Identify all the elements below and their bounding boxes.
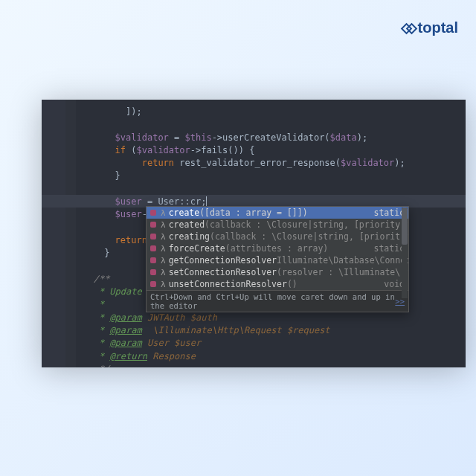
popup-scrollbar[interactable] <box>402 208 408 298</box>
lambda-icon: λ <box>161 220 166 230</box>
suggestion-forceCreate[interactable]: λforceCreate(attributes : array)static <box>147 242 408 254</box>
editor-gutter <box>42 100 65 367</box>
suggestion-create[interactable]: λcreate([data : array = []])static <box>147 207 408 219</box>
lambda-icon: λ <box>161 280 166 289</box>
lambda-icon: λ <box>161 268 166 277</box>
popup-scrollbar-thumb[interactable] <box>402 208 408 245</box>
suggestion-getConnectionResolver[interactable]: λgetConnectionResolverIlluminate\Databas… <box>147 254 408 266</box>
method-icon <box>150 281 156 287</box>
method-icon <box>150 269 156 275</box>
autocomplete-list[interactable]: λcreate([data : array = []])staticλcreat… <box>147 207 408 290</box>
lambda-icon: λ <box>161 208 166 218</box>
autocomplete-popup[interactable]: λcreate([data : array = []])staticλcreat… <box>146 206 409 312</box>
suggestion-creating[interactable]: λcreating(callback : \Closure|string, [p… <box>147 231 408 242</box>
fold-column <box>65 100 76 367</box>
suggestion-created[interactable]: λcreated(callback : \Closure|string, [pr… <box>147 219 408 231</box>
lambda-icon: λ <box>161 244 166 254</box>
method-icon <box>150 234 156 239</box>
text-caret <box>206 196 207 206</box>
lambda-icon: λ <box>161 232 166 242</box>
brand-logo: toptal <box>403 19 458 36</box>
hint-text: Ctrl+Down and Ctrl+Up will move caret do… <box>150 292 395 310</box>
lambda-icon: λ <box>161 256 166 266</box>
method-icon <box>150 210 156 216</box>
method-icon <box>150 222 156 228</box>
brand-name: toptal <box>418 19 458 36</box>
popup-hint: Ctrl+Down and Ctrl+Up will move caret do… <box>147 290 408 312</box>
suggestion-unsetConnectionResolver[interactable]: λunsetConnectionResolver()void <box>147 278 408 290</box>
brand-logo-mark <box>403 22 415 34</box>
method-icon <box>150 257 156 263</box>
method-icon <box>150 245 156 251</box>
suggestion-setConnectionResolver[interactable]: λsetConnectionResolver(resolver : \Illum… <box>147 266 408 278</box>
